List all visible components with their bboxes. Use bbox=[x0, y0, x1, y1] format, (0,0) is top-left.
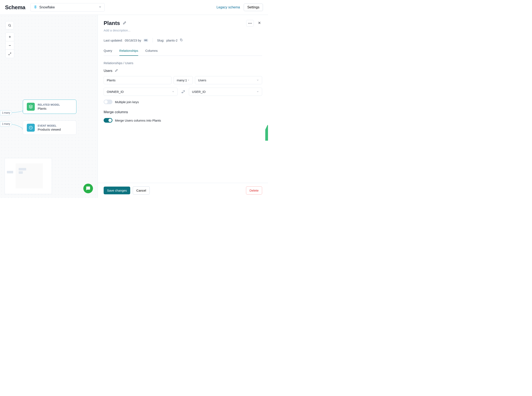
node-kind: EVENT MODEL bbox=[38, 124, 61, 127]
settings-button[interactable]: Settings bbox=[244, 4, 263, 11]
merge-columns-toggle[interactable] bbox=[104, 118, 113, 123]
search-button[interactable] bbox=[6, 21, 14, 29]
merge-columns-heading: Merge columns bbox=[104, 110, 262, 114]
legacy-schema-link[interactable]: Legacy schema bbox=[216, 6, 240, 9]
svg-line-6 bbox=[9, 54, 10, 55]
more-actions-button[interactable] bbox=[246, 20, 254, 27]
target-key-select[interactable]: USER_ID bbox=[189, 88, 262, 96]
svg-point-0 bbox=[9, 24, 11, 26]
cardinality-value: many:1 bbox=[177, 78, 187, 82]
save-button[interactable]: Save changes bbox=[104, 186, 130, 194]
chevron-down-icon bbox=[256, 90, 259, 93]
source-select[interactable]: Snowflake bbox=[30, 3, 105, 12]
svg-point-11 bbox=[251, 23, 251, 23]
chat-button[interactable] bbox=[83, 184, 93, 193]
zoom-controls bbox=[6, 33, 14, 58]
slug-label: Slug: bbox=[157, 39, 164, 42]
meta-row: Last updated: 05/18/23 by ME Slug: plant… bbox=[104, 38, 262, 43]
description-placeholder[interactable]: Add a description... bbox=[104, 29, 262, 32]
target-model-value: Users bbox=[198, 78, 206, 82]
cancel-button[interactable]: Cancel bbox=[133, 186, 150, 195]
source-model-value: Plants bbox=[107, 78, 116, 82]
tab-relationships[interactable]: Relationships bbox=[119, 49, 138, 56]
layers-icon bbox=[27, 103, 35, 111]
copy-slug-icon[interactable] bbox=[180, 38, 183, 42]
chevron-down-icon bbox=[256, 78, 259, 82]
source-key-select[interactable]: OWNER_ID bbox=[104, 88, 178, 96]
multiple-join-keys-toggle[interactable] bbox=[104, 99, 113, 104]
minimap[interactable] bbox=[5, 158, 52, 194]
merge-columns-label: Merge Users columns into Plants bbox=[115, 119, 161, 122]
chevron-down-icon bbox=[187, 78, 190, 82]
node-kind: RELATED MODEL bbox=[38, 103, 60, 106]
zoom-in-button[interactable] bbox=[6, 33, 14, 41]
last-updated-value: 05/18/23 by bbox=[125, 39, 141, 42]
svg-rect-14 bbox=[181, 40, 182, 41]
avatar: ME bbox=[143, 39, 148, 42]
edge-cardinality-label: 1:many bbox=[0, 121, 12, 126]
source-key-value: OWNER_ID bbox=[107, 90, 124, 93]
header: Schema Snowflake Legacy schema Settings bbox=[0, 0, 268, 15]
panel-title: Plants bbox=[104, 20, 120, 26]
slug-value: plants-2 bbox=[166, 39, 178, 42]
close-button[interactable] bbox=[257, 20, 262, 26]
target-key-value: USER_ID bbox=[192, 90, 206, 93]
last-updated-label: Last updated: bbox=[104, 39, 123, 42]
snowflake-icon bbox=[34, 5, 37, 10]
model-node-plants[interactable]: RELATED MODEL Plants bbox=[23, 99, 76, 114]
chevron-down-icon bbox=[172, 90, 174, 93]
tab-columns[interactable]: Columns bbox=[145, 49, 158, 56]
model-node-products-viewed[interactable]: EVENT MODEL Products viewed bbox=[23, 121, 76, 135]
svg-marker-7 bbox=[29, 105, 33, 107]
edge-cardinality-label: 1:many bbox=[0, 110, 12, 115]
svg-point-9 bbox=[248, 23, 249, 23]
app-logo: Schema bbox=[5, 4, 25, 11]
clock-icon bbox=[27, 124, 35, 132]
edit-relationship-icon[interactable] bbox=[115, 69, 118, 73]
chevron-down-icon bbox=[99, 6, 102, 9]
edit-title-icon[interactable] bbox=[123, 21, 126, 25]
tab-query[interactable]: Query bbox=[104, 49, 112, 56]
target-model-select[interactable]: Users bbox=[195, 76, 262, 84]
tabs: Query Relationships Columns bbox=[104, 49, 262, 56]
source-model-select[interactable]: Plants bbox=[104, 76, 171, 84]
svg-line-1 bbox=[10, 26, 11, 27]
source-name: Snowflake bbox=[39, 6, 96, 9]
swap-icon[interactable] bbox=[180, 88, 187, 96]
cardinality-select[interactable]: many:1 bbox=[174, 76, 193, 84]
multiple-join-keys-label: Multiple join keys bbox=[115, 100, 139, 104]
fullscreen-button[interactable] bbox=[6, 49, 14, 58]
schema-canvas[interactable]: 1:many 1:many RELATED MODEL Plants EVENT… bbox=[0, 15, 98, 198]
svg-point-10 bbox=[249, 23, 250, 23]
svg-line-5 bbox=[10, 53, 11, 53]
panel-footer: Save changes Cancel Delete bbox=[98, 183, 268, 198]
zoom-out-button[interactable] bbox=[6, 41, 14, 49]
node-name: Plants bbox=[38, 107, 60, 110]
details-panel: Plants Add a description... Last updated… bbox=[98, 15, 268, 198]
relationship-title: Users bbox=[104, 69, 113, 73]
breadcrumb[interactable]: Relationships / Users bbox=[104, 61, 262, 65]
delete-button[interactable]: Delete bbox=[246, 186, 262, 195]
node-name: Products viewed bbox=[38, 128, 61, 131]
